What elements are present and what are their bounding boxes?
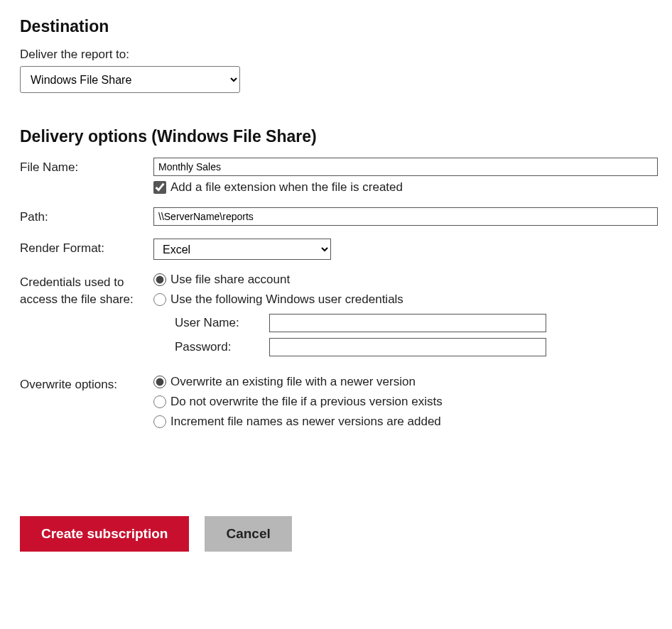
file-name-input[interactable] [153, 158, 658, 176]
deliver-to-label: Deliver the report to: [20, 48, 652, 62]
do-not-overwrite-label: Do not overwrite the file if a previous … [170, 395, 443, 409]
password-input[interactable] [269, 338, 546, 356]
destination-heading: Destination [20, 17, 652, 36]
add-extension-label: Add a file extension when the file is cr… [170, 180, 403, 195]
user-name-input[interactable] [269, 314, 546, 332]
user-name-label: User Name: [175, 316, 264, 330]
overwrite-options-label: Overwrite options: [20, 375, 148, 393]
password-label: Password: [175, 340, 264, 354]
delivery-options-heading: Delivery options (Windows File Share) [20, 127, 652, 146]
use-file-share-radio[interactable] [153, 273, 166, 286]
add-extension-checkbox[interactable] [153, 181, 166, 194]
create-subscription-button[interactable]: Create subscription [20, 516, 189, 552]
path-input[interactable] [153, 207, 658, 226]
render-format-label: Render Format: [20, 239, 148, 257]
increment-label: Increment file names as newer versions a… [170, 415, 441, 429]
use-following-label: Use the following Windows user credentia… [170, 292, 403, 307]
overwrite-label: Overwrite an existing file with a newer … [170, 375, 416, 389]
do-not-overwrite-radio[interactable] [153, 395, 166, 408]
use-following-radio[interactable] [153, 293, 166, 306]
deliver-to-select[interactable]: Windows File Share [20, 66, 240, 93]
use-file-share-label: Use file share account [170, 273, 290, 287]
increment-radio[interactable] [153, 415, 166, 428]
render-format-select[interactable]: Excel [153, 239, 331, 260]
path-label: Path: [20, 207, 148, 226]
credentials-label: Credentials used to access the file shar… [20, 273, 148, 308]
overwrite-radio[interactable] [153, 376, 166, 388]
file-name-label: File Name: [20, 158, 148, 176]
cancel-button[interactable]: Cancel [205, 516, 291, 552]
